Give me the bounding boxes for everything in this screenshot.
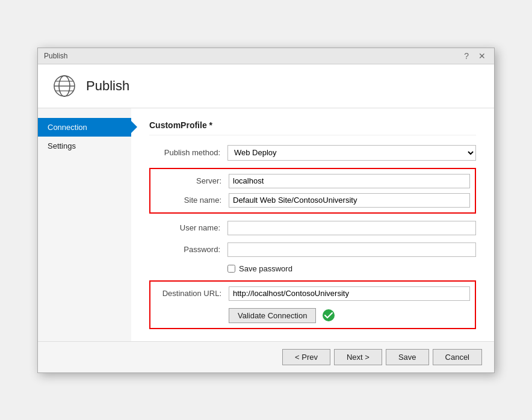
close-button[interactable]: ✕ [476, 52, 488, 60]
destination-url-input[interactable] [229, 286, 470, 301]
server-row: Server: [150, 174, 470, 188]
password-row: Password: [149, 242, 476, 257]
publish-method-row: Publish method: Web Deploy [149, 145, 476, 161]
prev-button[interactable]: < Prev [282, 349, 330, 365]
next-button[interactable]: Next > [334, 349, 382, 365]
nav-item-connection[interactable]: Connection [38, 118, 131, 137]
server-sitename-highlight: Server: Site name: [149, 168, 476, 214]
success-checkmark-icon [322, 309, 335, 322]
dialog-footer: < Prev Next > Save Cancel [38, 341, 494, 372]
destination-validate-highlight: Destination URL: Validate Connection [149, 280, 476, 329]
server-label: Server: [150, 176, 229, 185]
title-bar-title: Publish [44, 52, 67, 60]
right-content: CustomProfile * Publish method: Web Depl… [131, 108, 494, 341]
title-bar-left: Publish [44, 52, 67, 60]
save-password-label[interactable]: Save password [239, 264, 292, 273]
save-password-row: Save password [149, 264, 476, 273]
site-name-label: Site name: [150, 196, 229, 205]
password-input[interactable] [227, 242, 476, 257]
destination-url-row: Destination URL: [150, 286, 470, 301]
section-title: CustomProfile * [149, 120, 476, 135]
cancel-button[interactable]: Cancel [433, 349, 482, 365]
publish-method-select[interactable]: Web Deploy [227, 145, 476, 161]
username-row: User name: [149, 221, 476, 235]
nav-item-settings[interactable]: Settings [38, 137, 131, 155]
left-nav: Connection Settings [38, 108, 131, 341]
password-label: Password: [149, 245, 227, 254]
help-button[interactable]: ? [462, 52, 471, 60]
destination-url-label: Destination URL: [150, 289, 229, 298]
publish-dialog: Publish ? ✕ Publish Connection Settings [37, 48, 495, 373]
username-input[interactable] [227, 221, 476, 235]
validate-connection-button[interactable]: Validate Connection [229, 308, 316, 323]
site-name-row: Site name: [150, 193, 470, 208]
title-bar: Publish ? ✕ [38, 48, 494, 64]
site-name-input[interactable] [229, 193, 470, 208]
validate-row: Validate Connection [150, 308, 470, 323]
username-label: User name: [149, 223, 227, 232]
server-input[interactable] [229, 174, 470, 188]
title-bar-controls: ? ✕ [462, 52, 488, 60]
dialog-header: Publish [38, 64, 494, 108]
dialog-title: Publish [86, 78, 129, 94]
globe-icon [52, 74, 76, 98]
publish-method-label: Publish method: [149, 148, 227, 157]
save-button[interactable]: Save [386, 349, 429, 365]
dialog-body: Connection Settings CustomProfile * Publ… [38, 108, 494, 341]
save-password-checkbox[interactable] [227, 265, 235, 273]
